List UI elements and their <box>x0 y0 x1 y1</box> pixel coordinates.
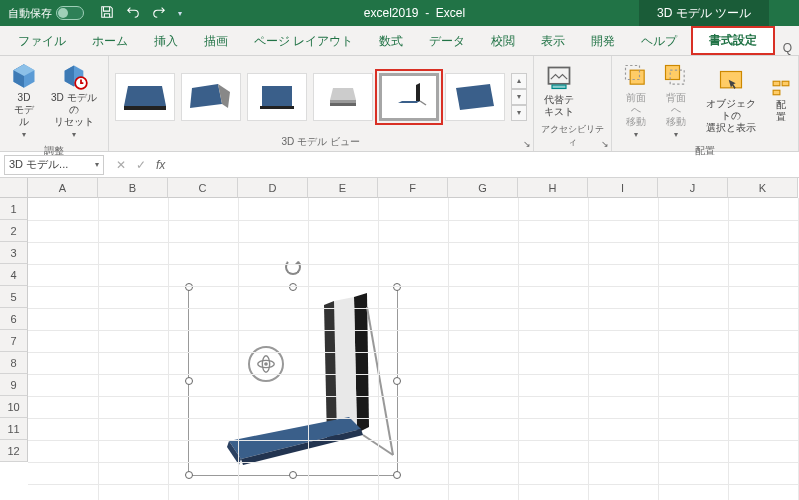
row-header[interactable]: 1 <box>0 198 28 220</box>
row-header[interactable]: 9 <box>0 374 28 396</box>
row-header[interactable]: 8 <box>0 352 28 374</box>
svg-rect-14 <box>548 67 569 83</box>
quick-access-toolbar: ▾ <box>92 5 190 22</box>
gallery-more-icon[interactable]: ▾ <box>511 105 527 121</box>
col-header[interactable]: G <box>448 178 518 198</box>
view-2[interactable] <box>181 73 241 121</box>
svg-line-12 <box>420 101 426 105</box>
contextual-tool-label: 3D モデル ツール <box>639 0 769 26</box>
svg-marker-11 <box>398 101 420 103</box>
row-header[interactable]: 7 <box>0 330 28 352</box>
col-header[interactable]: B <box>98 178 168 198</box>
tab-format-3d[interactable]: 書式設定 <box>691 26 775 55</box>
qat-dropdown-icon[interactable]: ▾ <box>178 9 182 18</box>
tab-file[interactable]: ファイル <box>6 27 78 55</box>
svg-rect-7 <box>330 100 356 103</box>
accessibility-launcher-icon[interactable]: ↘ <box>601 139 609 149</box>
row-header[interactable]: 5 <box>0 286 28 308</box>
alt-text-label: 代替テ キスト <box>544 94 574 118</box>
view-6[interactable] <box>445 73 505 121</box>
ribbon-tabs: ファイル ホーム 挿入 描画 ページ レイアウト 数式 データ 校閲 表示 開発… <box>0 26 799 56</box>
col-header[interactable]: K <box>728 178 798 198</box>
col-header[interactable]: A <box>28 178 98 198</box>
select-all-corner[interactable] <box>0 178 28 198</box>
worksheet-grid[interactable]: ABCDEFGHIJK 123456789101112 <box>0 178 799 500</box>
tab-data[interactable]: データ <box>417 27 477 55</box>
rotate-handle-icon[interactable] <box>285 259 301 275</box>
tab-developer[interactable]: 開発 <box>579 27 627 55</box>
tab-view[interactable]: 表示 <box>529 27 577 55</box>
send-backward-icon <box>662 62 690 90</box>
svg-marker-13 <box>456 84 494 110</box>
align-button[interactable]: 配置 <box>768 77 792 125</box>
col-header[interactable]: F <box>378 178 448 198</box>
namebox-dropdown-icon: ▾ <box>95 160 99 169</box>
col-header[interactable]: E <box>308 178 378 198</box>
tab-help[interactable]: ヘルプ <box>629 27 689 55</box>
alt-text-button[interactable]: 代替テ キスト <box>540 62 578 120</box>
gallery-down-icon[interactable]: ▾ <box>511 89 527 105</box>
3d-model-selection[interactable] <box>188 286 398 476</box>
tab-draw[interactable]: 描画 <box>192 27 240 55</box>
send-backward-button[interactable]: 背面へ 移動▾ <box>658 60 694 142</box>
group-accessibility: 代替テ キスト アクセシビリティ ↘ <box>534 56 612 151</box>
row-header[interactable]: 12 <box>0 440 28 462</box>
row-header[interactable]: 6 <box>0 308 28 330</box>
resize-handle-ml[interactable] <box>185 377 193 385</box>
view-4[interactable] <box>313 73 373 121</box>
col-header[interactable]: I <box>588 178 658 198</box>
undo-icon[interactable] <box>126 5 140 22</box>
view-5-selected[interactable] <box>379 73 439 121</box>
row-header[interactable]: 10 <box>0 396 28 418</box>
row-header[interactable]: 3 <box>0 242 28 264</box>
column-headers: ABCDEFGHIJK <box>28 178 799 198</box>
fx-icon[interactable]: fx <box>156 158 165 172</box>
svg-rect-5 <box>262 86 292 106</box>
reset-3d-label: 3D モデルの リセット <box>50 92 98 128</box>
col-header[interactable]: H <box>518 178 588 198</box>
col-header[interactable]: J <box>658 178 728 198</box>
svg-rect-16 <box>630 70 644 84</box>
resize-handle-bm[interactable] <box>289 471 297 479</box>
resize-handle-tm[interactable] <box>289 283 297 291</box>
tab-pagelayout[interactable]: ページ レイアウト <box>242 27 365 55</box>
name-box[interactable]: 3D モデル... ▾ <box>4 155 104 175</box>
redo-icon[interactable] <box>152 5 166 22</box>
tab-overflow[interactable]: Q <box>777 41 797 55</box>
resize-handle-mr[interactable] <box>393 377 401 385</box>
group-views-label: 3D モデル ビュー <box>115 133 527 149</box>
align-label: 配置 <box>772 99 790 123</box>
tab-formulas[interactable]: 数式 <box>367 27 415 55</box>
save-icon[interactable] <box>100 5 114 22</box>
svg-rect-15 <box>552 85 566 89</box>
autosave-toggle[interactable]: 自動保存 <box>0 6 92 21</box>
tab-insert[interactable]: 挿入 <box>142 27 190 55</box>
title-bar: 自動保存 ▾ excel2019 - Excel 3D モデル ツール <box>0 0 799 26</box>
cancel-icon[interactable]: ✕ <box>116 158 126 172</box>
row-header[interactable]: 4 <box>0 264 28 286</box>
3d-model-button[interactable]: 3D モデル ▾ <box>6 60 42 142</box>
gallery-up-icon[interactable]: ▴ <box>511 73 527 89</box>
resize-handle-br[interactable] <box>393 471 401 479</box>
svg-rect-23 <box>773 90 780 95</box>
tab-review[interactable]: 校閲 <box>479 27 527 55</box>
resize-handle-tr[interactable] <box>393 283 401 291</box>
selection-pane-button[interactable]: オブジェクトの 選択と表示 <box>698 66 764 136</box>
svg-rect-22 <box>782 81 789 86</box>
resize-handle-bl[interactable] <box>185 471 193 479</box>
view-1[interactable] <box>115 73 175 121</box>
tab-home[interactable]: ホーム <box>80 27 140 55</box>
reset-3d-button[interactable]: 3D モデルの リセット ▾ <box>46 60 102 142</box>
row-header[interactable]: 11 <box>0 418 28 440</box>
views-launcher-icon[interactable]: ↘ <box>523 139 531 149</box>
view-3[interactable] <box>247 73 307 121</box>
resize-handle-tl[interactable] <box>185 283 193 291</box>
row-header[interactable]: 2 <box>0 220 28 242</box>
confirm-icon[interactable]: ✓ <box>136 158 146 172</box>
svg-rect-18 <box>665 66 679 80</box>
bring-forward-button[interactable]: 前面へ 移動▾ <box>618 60 654 142</box>
cells-area[interactable] <box>28 198 799 500</box>
col-header[interactable]: C <box>168 178 238 198</box>
name-box-value: 3D モデル... <box>9 157 68 172</box>
col-header[interactable]: D <box>238 178 308 198</box>
